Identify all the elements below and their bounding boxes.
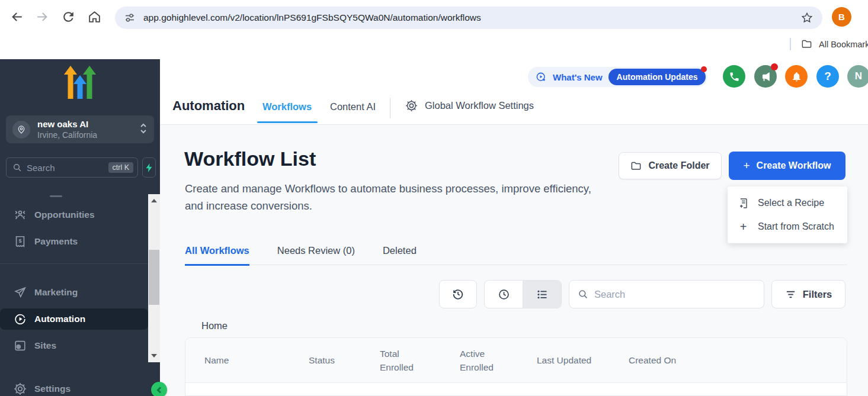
search-icon (12, 163, 22, 172)
workflow-search[interactable] (569, 280, 764, 308)
column-header-status: Status (309, 353, 380, 367)
sidebar-search-input[interactable] (27, 163, 97, 173)
bookmark-star-icon[interactable] (800, 11, 813, 24)
column-header-created-on: Created On (629, 353, 847, 367)
browser-forward-icon[interactable] (35, 9, 50, 24)
active-tab-underline (257, 121, 318, 123)
question-mark-icon: ? (824, 70, 831, 83)
all-bookmarks-button[interactable]: All Bookmarks (790, 38, 868, 50)
sidebar-item-settings[interactable]: Settings (0, 378, 148, 396)
avatar-initial: N (855, 70, 862, 82)
whats-new-button[interactable]: What's New Automation Updates (528, 67, 707, 87)
site-info-icon[interactable] (124, 12, 136, 24)
scroll-down-arrow-icon[interactable] (151, 354, 157, 358)
browser-reload-icon[interactable] (61, 9, 76, 24)
menu-item-start-from-scratch[interactable]: + Start from Scratch (728, 215, 847, 239)
sidebar-scrollbar[interactable] (148, 194, 160, 362)
menu-item-label: Select a Recipe (758, 198, 824, 208)
sidebar-item-label: Automation (34, 314, 85, 324)
svg-text:$: $ (18, 238, 21, 244)
sidebar-divider (0, 263, 148, 264)
payments-icon: $ (14, 235, 27, 248)
breadcrumb[interactable]: Home (201, 320, 228, 331)
automation-updates-label: Automation Updates (617, 72, 698, 82)
page-title: Workflow List (184, 147, 316, 170)
filters-button[interactable]: Filters (771, 280, 845, 308)
menu-item-select-a-recipe[interactable]: Select a Recipe (728, 191, 847, 215)
column-header-last-updated: Last Updated (537, 353, 629, 367)
tab-needs-review[interactable]: Needs Review (0) (277, 245, 355, 265)
tab-content-ai[interactable]: Content AI (330, 101, 376, 112)
header-divider (390, 98, 390, 118)
notifications-button[interactable] (785, 65, 808, 88)
settings-icon (14, 382, 27, 395)
browser-profile-avatar[interactable]: B (832, 7, 851, 27)
location-city: Irvine, California (37, 130, 97, 140)
workflow-search-input[interactable] (594, 289, 754, 300)
sidebar-search[interactable]: ctrl K (6, 157, 138, 178)
scroll-up-arrow-icon[interactable] (151, 199, 157, 202)
announcements-button[interactable] (754, 65, 777, 88)
sidebar-item-label: Payments (34, 236, 78, 247)
search-icon (578, 289, 588, 300)
list-view-button[interactable] (523, 281, 561, 308)
automation-icon (14, 313, 27, 326)
sidebar-item-sites[interactable]: Sites (0, 335, 148, 356)
create-workflow-button[interactable]: + Create Workflow (729, 152, 845, 180)
screen: app.gohighlevel.com/v2/location/lnPS691g… (0, 0, 868, 396)
view-toggle (484, 280, 562, 308)
browser-home-icon[interactable] (87, 9, 102, 24)
bookmarks-separator (790, 38, 791, 50)
whats-new-icon (536, 72, 547, 83)
sidebar-collapse-button[interactable] (151, 382, 167, 396)
global-workflow-settings-link[interactable]: Global Workflow Settings (405, 99, 534, 112)
filters-label: Filters (803, 289, 832, 300)
marketing-icon (14, 286, 27, 299)
location-name: new oaks AI (37, 119, 97, 129)
workflow-table: Name Status Total Enrolled Active Enroll… (185, 337, 847, 396)
execution-logs-button[interactable] (439, 280, 477, 308)
automation-updates-badge[interactable]: Automation Updates (608, 69, 706, 85)
address-bar[interactable]: app.gohighlevel.com/v2/location/lnPS691g… (115, 7, 822, 29)
create-workflow-label: Create Workflow (757, 160, 831, 171)
sidebar-item-marketing[interactable]: Marketing (0, 282, 148, 303)
gear-icon (405, 99, 418, 112)
column-header-active-enrolled: Active Enrolled (460, 347, 537, 374)
main-content: Workflow List Create and manage Workflow… (160, 125, 868, 396)
phone-button[interactable] (723, 65, 745, 88)
browser-back-icon[interactable] (9, 9, 24, 24)
notification-dot (771, 63, 778, 70)
create-folder-button[interactable]: Create Folder (619, 152, 722, 179)
user-avatar[interactable]: N (847, 65, 868, 88)
location-pin-icon (12, 121, 30, 139)
page-section-title: Automation (172, 98, 245, 114)
scrollbar-thumb[interactable] (149, 250, 159, 305)
tab-all-workflows[interactable]: All Workflows (185, 245, 249, 266)
clock-icon (498, 288, 510, 301)
chevron-up-down-icon (140, 123, 147, 136)
whats-new-label: What's New (553, 72, 603, 82)
sidebar-item-payments[interactable]: $ Payments (0, 231, 148, 252)
sidebar-item-opportunities[interactable]: Opportunities (0, 204, 148, 226)
column-header-total-enrolled: Total Enrolled (380, 347, 460, 374)
sites-icon (14, 339, 27, 352)
sidebar-item-automation[interactable]: Automation (0, 308, 148, 330)
bookmarks-bar: All Bookmarks (0, 33, 868, 56)
recent-view-button[interactable] (485, 281, 523, 308)
tab-workflows[interactable]: Workflows (262, 101, 312, 112)
folder-icon (630, 160, 642, 172)
help-button[interactable]: ? (816, 65, 839, 88)
menu-item-label: Start from Scratch (758, 221, 834, 232)
create-workflow-menu: Select a Recipe + Start from Scratch (728, 186, 847, 243)
list-icon (536, 288, 549, 301)
location-switcher[interactable]: new oaks AI Irvine, California (6, 115, 154, 143)
tab-deleted[interactable]: Deleted (383, 245, 417, 265)
megaphone-icon (760, 71, 771, 82)
bell-icon (791, 71, 802, 82)
sidebar: new oaks AI Irvine, California ctrl K Op… (0, 59, 160, 396)
quick-actions-button[interactable] (142, 157, 156, 178)
opportunities-icon (14, 208, 27, 221)
filter-icon (785, 289, 796, 300)
url-text[interactable]: app.gohighlevel.com/v2/location/lnPS691g… (143, 12, 481, 23)
workflow-list-tabs: All Workflows Needs Review (0) Deleted (185, 245, 847, 265)
